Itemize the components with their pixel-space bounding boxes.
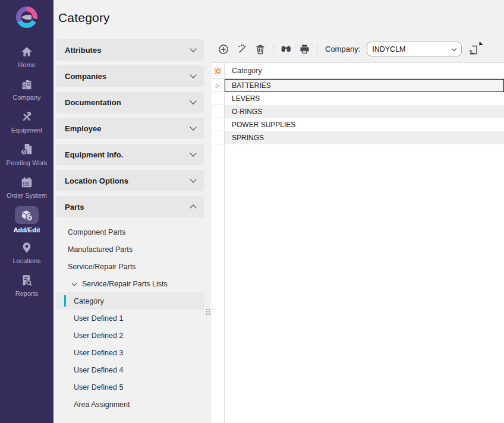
row-indicator: ▷ <box>212 79 225 92</box>
nav-item-user-defined-2[interactable]: User Defined 2 <box>56 327 204 344</box>
print-icon[interactable] <box>298 43 310 55</box>
grid-empty-area <box>212 144 504 423</box>
sidebar-item-label: Equipment <box>11 127 43 134</box>
sidebar-item-home[interactable]: Home <box>2 40 51 72</box>
modify-icon[interactable] <box>236 43 248 55</box>
table-row[interactable]: POWER SUPPLIES <box>212 118 504 131</box>
gutter-column <box>212 144 225 423</box>
nav-item-label: User Defined 1 <box>74 314 123 323</box>
sidebar: Home Company <box>0 0 53 423</box>
nav-item-user-defined-3[interactable]: User Defined 3 <box>56 344 204 361</box>
accordion-label: Companies <box>65 72 106 81</box>
equipment-icon <box>20 110 34 124</box>
nav-item-label: Category <box>74 297 104 305</box>
accordion-employee[interactable]: Employee <box>56 118 204 139</box>
brand-logo-drop <box>21 14 32 20</box>
accordion-equipment-info[interactable]: Equipment Info. <box>56 144 204 165</box>
brand-logo-icon <box>16 7 37 28</box>
accordion-companies[interactable]: Companies <box>56 65 204 87</box>
add-icon[interactable] <box>218 43 229 55</box>
auto-filter-icon[interactable] <box>212 63 225 78</box>
column-header-category[interactable]: Category <box>225 63 504 78</box>
nav-item-label: Component Parts <box>68 228 125 236</box>
grid-header-row: Category <box>212 63 504 79</box>
sidebar-item-order-system[interactable]: Order System <box>2 171 51 203</box>
row-cell: SPRINGS <box>225 131 504 144</box>
accordion-attributes[interactable]: Attributes <box>56 39 204 61</box>
accordion-label: Parts <box>65 203 84 212</box>
toolbar-separator <box>317 44 317 54</box>
accordion-parts[interactable]: Parts <box>56 196 204 217</box>
table-row[interactable]: LEVERS <box>212 92 504 105</box>
add-edit-icon <box>20 208 34 222</box>
nav-item-label: User Defined 3 <box>74 349 123 357</box>
nav-item-label: User Defined 4 <box>74 366 123 374</box>
table-row[interactable]: O-RINGS <box>212 105 504 118</box>
nav-item-service-repair-parts-lists[interactable]: Service/Repair Parts Lists <box>56 275 204 292</box>
row-cell: POWER SUPPLIES <box>225 118 504 131</box>
row-indicator <box>212 92 225 105</box>
chevron-down-icon <box>190 45 196 52</box>
sidebar-item-reports[interactable]: Reports <box>2 269 51 301</box>
accordion-location-options[interactable]: Location Options <box>56 170 204 191</box>
delete-icon[interactable] <box>254 43 266 55</box>
chevron-down-icon <box>190 176 196 182</box>
main-panel: Company: INDYCLM <box>212 36 504 423</box>
sidebar-item-equipment[interactable]: Equipment <box>2 105 51 138</box>
chevron-down-icon <box>190 71 196 78</box>
row-cell: LEVERS <box>225 92 504 105</box>
data-grid: Category ▷ BATTERIES LEVERS O-RINGS <box>212 62 504 423</box>
nav-item-manufactured-parts[interactable]: Manufactured Parts <box>56 241 204 258</box>
sidebar-item-add-edit[interactable]: Add/Edit <box>2 203 51 236</box>
table-row[interactable]: ▷ BATTERIES <box>212 79 504 92</box>
nav-item-category[interactable]: Category <box>56 292 204 310</box>
locations-icon <box>20 241 34 255</box>
table-row[interactable]: SPRINGS <box>212 131 504 144</box>
company-select[interactable]: INDYCLM <box>367 42 462 56</box>
pending-work-icon: $ <box>20 143 34 157</box>
nav-item-area-assignment[interactable]: Area Assignment <box>56 396 204 413</box>
add-edit-active-tile <box>15 206 39 224</box>
sidebar-item-label: Home <box>18 61 35 68</box>
sidebar-item-pending-work[interactable]: $ Pending Work <box>2 138 51 171</box>
sidebar-item-company[interactable]: Company <box>2 72 51 105</box>
nav-item-label: User Defined 5 <box>74 383 123 392</box>
sidebar-item-locations[interactable]: Locations <box>2 236 51 269</box>
empty-cell <box>225 144 504 423</box>
company-icon <box>20 77 34 91</box>
nav-item-service-repair-parts[interactable]: Service/Repair Parts <box>56 258 204 275</box>
content-area: Category Attributes Companies Documentat… <box>53 0 504 423</box>
accordion-documentation[interactable]: Documentation <box>56 91 204 113</box>
company-select-value: INDYCLM <box>372 45 405 53</box>
accordion-label: Attributes <box>65 46 101 55</box>
reports-icon <box>20 273 34 288</box>
nav-item-label: User Defined 2 <box>74 332 123 340</box>
row-indicator <box>212 131 225 144</box>
nav-item-label: Service/Repair Parts Lists <box>82 280 168 288</box>
navigation-panel: Attributes Companies Documentation Emplo… <box>53 36 212 423</box>
sidebar-item-label: Locations <box>12 257 40 264</box>
chevron-up-icon <box>190 204 196 211</box>
chevron-down-icon <box>190 124 196 130</box>
layout-options-icon[interactable] <box>468 43 483 56</box>
nav-item-label: Manufactured Parts <box>68 245 133 254</box>
sidebar-item-label: Order System <box>7 192 47 199</box>
nav-item-user-defined-1[interactable]: User Defined 1 <box>56 310 204 327</box>
nav-item-label: Service/Repair Parts <box>68 263 136 271</box>
order-system-icon <box>20 175 34 190</box>
find-icon[interactable] <box>280 43 292 55</box>
nav-item-user-defined-4[interactable]: User Defined 4 <box>56 361 204 378</box>
accordion-label: Employee <box>65 124 101 133</box>
toolbar-separator <box>273 44 273 54</box>
nav-item-label: Area Assignment <box>74 400 130 409</box>
nav-item-component-parts[interactable]: Component Parts <box>56 223 204 241</box>
chevron-down-icon <box>190 150 196 156</box>
nav-item-user-defined-5[interactable]: User Defined 5 <box>56 378 204 396</box>
accordion-label: Documentation <box>65 98 121 107</box>
page-title: Category <box>58 11 110 25</box>
panel-resize-grip[interactable] <box>206 309 210 315</box>
home-icon <box>20 45 34 59</box>
row-cell: O-RINGS <box>225 105 504 118</box>
chevron-down-icon <box>190 97 196 104</box>
sidebar-item-label: Add/Edit <box>13 226 40 233</box>
